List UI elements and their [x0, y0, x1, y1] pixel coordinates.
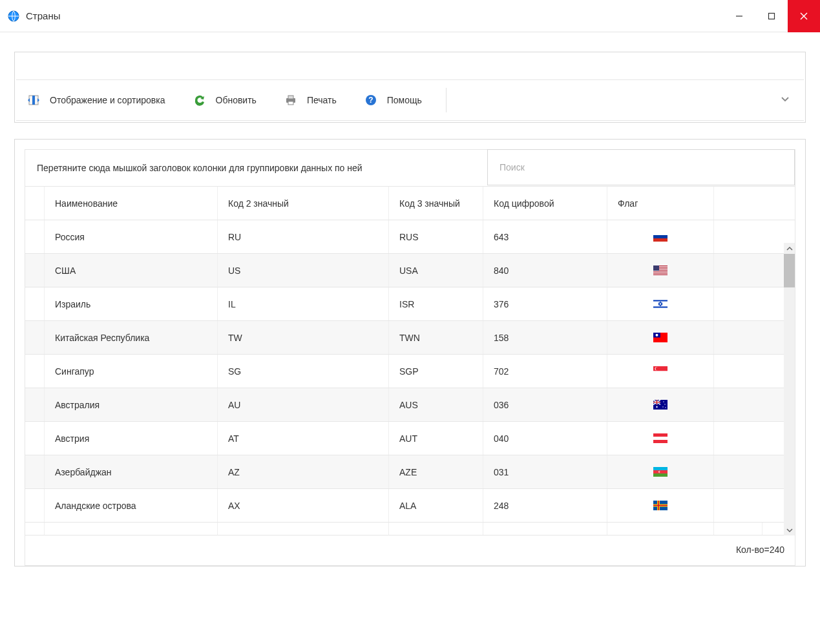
cell-name: Китайская Республика — [45, 321, 218, 354]
row-selector[interactable] — [25, 355, 45, 388]
cell-code-num: 840 — [483, 254, 607, 287]
svg-rect-43 — [653, 467, 668, 470]
cell-flag — [607, 220, 714, 253]
minimize-button[interactable] — [723, 0, 755, 32]
print-label: Печать — [307, 95, 337, 105]
cell-spare — [714, 355, 762, 388]
cell-name: Азербайджан — [45, 455, 218, 488]
scroll-thumb[interactable] — [784, 254, 795, 287]
row-selector[interactable] — [25, 388, 45, 421]
cell-spare — [714, 321, 762, 354]
cell-name: Австрия — [45, 422, 218, 455]
cell-name: Австралия — [45, 388, 218, 421]
cell-code3: AUT — [389, 422, 483, 455]
table-row[interactable]: ИзраильILISR376 — [25, 287, 784, 321]
col-code3[interactable]: Код 3 значный — [389, 187, 483, 220]
col-selector[interactable] — [25, 187, 45, 220]
table-row[interactable]: АзербайджанAZAZE031 — [25, 455, 784, 489]
row-selector[interactable] — [25, 489, 45, 522]
flag-icon — [653, 265, 668, 275]
cell-code2: AZ — [218, 455, 389, 488]
col-code-num[interactable]: Код цифровой — [483, 187, 607, 220]
close-button[interactable] — [788, 0, 820, 32]
help-label: Помощь — [387, 95, 422, 105]
svg-point-35 — [656, 406, 657, 408]
cell-flag — [607, 422, 714, 455]
row-selector[interactable] — [25, 287, 45, 320]
col-spare — [714, 187, 762, 220]
col-code2[interactable]: Код 2 значный — [218, 187, 389, 220]
cell-code-num: 376 — [483, 287, 607, 320]
cell-code2: US — [218, 254, 389, 287]
cell-spare — [714, 489, 762, 522]
cell-code3: ALA — [389, 489, 483, 522]
cell-flag — [607, 489, 714, 522]
cell-name: США — [45, 254, 218, 287]
vertical-scrollbar[interactable] — [784, 254, 795, 535]
svg-rect-45 — [653, 473, 668, 477]
refresh-button[interactable]: Обновить — [189, 90, 260, 110]
col-name[interactable]: Наименование — [45, 187, 218, 220]
row-selector[interactable] — [25, 422, 45, 455]
table-row[interactable]: СШАUSUSA840 — [25, 254, 784, 287]
svg-rect-40 — [653, 433, 668, 437]
cell-name: Израиль — [45, 287, 218, 320]
cell-code-num: 040 — [483, 422, 607, 455]
flag-icon — [653, 467, 668, 477]
row-selector[interactable] — [25, 321, 45, 354]
cell-code2: TW — [218, 321, 389, 354]
cell-code2: SG — [218, 355, 389, 388]
svg-point-38 — [662, 406, 663, 407]
cell-code3: AUS — [389, 388, 483, 421]
cell-code3: ISR — [389, 287, 483, 320]
svg-text:?: ? — [368, 96, 373, 105]
cell-spare — [714, 287, 762, 320]
cell-name: Аландские острова — [45, 489, 218, 522]
svg-rect-14 — [653, 238, 668, 242]
toolbar-dropdown[interactable] — [781, 95, 797, 106]
cell-spare — [714, 388, 762, 421]
flag-icon — [653, 333, 668, 342]
table-row[interactable]: Китайская РеспубликаTWTWN158 — [25, 321, 784, 355]
svg-rect-13 — [653, 235, 668, 238]
table-row[interactable]: АвстралияAUAUS036 — [25, 388, 784, 422]
help-icon: ? — [364, 93, 378, 107]
scroll-up-icon[interactable] — [784, 243, 795, 254]
maximize-button[interactable] — [755, 0, 788, 32]
display-sort-button[interactable]: Отображение и сортировка — [23, 90, 169, 110]
row-selector[interactable] — [25, 254, 45, 287]
cell-flag — [607, 287, 714, 320]
display-sort-label: Отображение и сортировка — [50, 95, 165, 105]
search-input[interactable] — [487, 149, 795, 185]
cell-code2: RU — [218, 220, 389, 253]
svg-rect-20 — [653, 272, 668, 273]
table-row[interactable]: РоссияRURUS643 — [25, 220, 784, 254]
grid-footer-count: Кол-во=240 — [25, 535, 795, 566]
cell-code2: AU — [218, 388, 389, 421]
col-flag[interactable]: Флаг — [607, 187, 714, 220]
cell-code3: AZE — [389, 455, 483, 488]
row-selector[interactable] — [25, 220, 45, 253]
svg-rect-21 — [653, 274, 668, 275]
grid-header: Наименование Код 2 значный Код 3 значный… — [25, 187, 795, 220]
table-row[interactable] — [25, 523, 784, 535]
table-row[interactable]: АвстрияATAUT040 — [25, 422, 784, 455]
cell-code-num: 643 — [483, 220, 607, 253]
help-button[interactable]: ? Помощь — [360, 90, 426, 110]
svg-rect-41 — [653, 437, 668, 440]
group-by-bar[interactable]: Перетяните сюда мышкой заголовок колонки… — [25, 149, 795, 187]
data-grid: Наименование Код 2 значный Код 3 значный… — [25, 187, 795, 566]
scroll-down-icon[interactable] — [784, 525, 795, 535]
cell-code3: SGP — [389, 355, 483, 388]
cell-flag — [607, 254, 714, 287]
cell-code-num: 031 — [483, 455, 607, 488]
row-selector[interactable] — [25, 455, 45, 488]
cell-code2: AT — [218, 422, 389, 455]
svg-rect-52 — [653, 505, 668, 506]
toolbar: Отображение и сортировка Обновить Печать — [16, 79, 804, 121]
table-row[interactable]: Аландские островаAXALA248 — [25, 489, 784, 523]
group-by-hint: Перетяните сюда мышкой заголовок колонки… — [25, 150, 487, 186]
svg-point-47 — [659, 471, 661, 473]
print-button[interactable]: Печать — [280, 90, 341, 110]
table-row[interactable]: СингапурSGSGP702 — [25, 355, 784, 388]
